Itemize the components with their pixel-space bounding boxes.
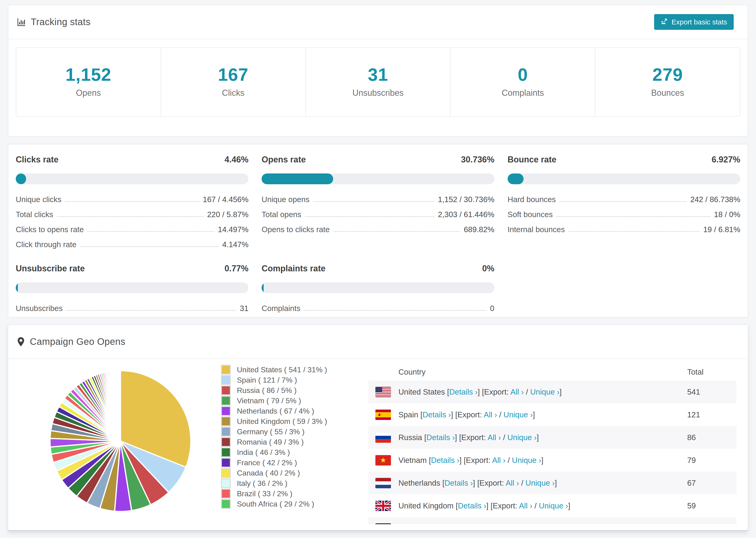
rate-row-value: 4.147% — [222, 240, 248, 249]
details-link[interactable]: Details › — [449, 388, 477, 396]
export-unique-link[interactable]: Unique › — [504, 410, 533, 419]
clicks-rate-bar — [16, 174, 248, 184]
stat-opens-label: Opens — [16, 88, 161, 98]
country-cell: Netherlands [Details ›] [Export: All › /… — [368, 478, 687, 488]
rate-detail-row: Clicks to opens rate14.497% — [16, 225, 248, 234]
export-all-link[interactable]: All › — [492, 456, 506, 464]
details-link[interactable]: Details › — [458, 501, 486, 510]
legend-label: United Kingdom ( 59 / 3% ) — [237, 417, 327, 426]
rate-row-value: 242 / 86.738% — [690, 195, 740, 204]
geo-legend: United States ( 541 / 31% )Spain ( 121 /… — [221, 364, 348, 509]
rate-detail-row: Internal bounces19 / 6.81% — [508, 225, 740, 234]
opens-rate-block: Opens rate 30.736% Unique opens1,152 / 3… — [261, 155, 494, 249]
export-unique-link[interactable]: Unique › — [539, 501, 568, 510]
closing-bracket: ] — [568, 501, 570, 510]
slash-separator: / — [519, 479, 526, 487]
slash-separator: / — [532, 501, 539, 510]
legend-item: Italy ( 36 / 2% ) — [221, 478, 348, 488]
clicks-rate-rows: Unique clicks167 / 4.456%Total clicks220… — [16, 195, 248, 249]
dotted-leader — [560, 201, 686, 202]
export-basic-stats-button[interactable]: Export basic stats — [654, 14, 734, 30]
export-prefix: ] [Export: — [455, 433, 487, 442]
export-all-link[interactable]: All › — [519, 501, 532, 510]
stat-unsubscribes: 31 Unsubscribes — [305, 48, 450, 116]
rate-row-label: Click through rate — [16, 240, 77, 249]
complaints-rate-bar — [261, 282, 494, 293]
rate-row-label: Total opens — [261, 210, 301, 219]
stat-clicks-value: 167 — [161, 64, 305, 85]
country-name: United States [ — [399, 388, 449, 396]
rate-detail-row: Opens to clicks rate689.82% — [261, 225, 494, 234]
export-unique-link[interactable]: Unique › — [512, 456, 541, 464]
export-prefix: ] [Export: — [477, 388, 510, 396]
export-all-link[interactable]: All › — [484, 410, 497, 419]
legend-item: United Kingdom ( 59 / 3% ) — [221, 416, 348, 426]
stat-complaints-value: 0 — [451, 64, 595, 85]
dotted-leader — [67, 310, 236, 311]
rate-row-value: 14.497% — [218, 225, 248, 234]
export-prefix: ] [Export: — [473, 479, 506, 487]
export-unique-link[interactable]: Unique › — [507, 433, 537, 442]
export-all-link[interactable]: All › — [496, 524, 509, 524]
opens-rate-bar — [261, 174, 494, 184]
stat-complaints: 0 Complaints — [450, 48, 595, 116]
details-link[interactable]: Details › — [435, 524, 463, 524]
export-all-link[interactable]: All › — [511, 388, 524, 396]
de-flag-icon — [375, 523, 391, 524]
details-link[interactable]: Details › — [423, 410, 451, 419]
rate-row-label: Complaints — [261, 304, 300, 313]
legend-label: South Africa ( 29 / 2% ) — [237, 500, 314, 509]
details-link[interactable]: Details › — [426, 433, 455, 442]
slash-separator: / — [497, 410, 504, 419]
stat-unsubscribes-value: 31 — [306, 64, 450, 85]
unsubscribe-rate-rows: Unsubscribes31 — [16, 304, 248, 313]
rate-detail-row: Hard bounces242 / 86.738% — [508, 195, 740, 204]
rate-row-label: Total clicks — [16, 210, 53, 219]
legend-item: Germany ( 55 / 3% ) — [221, 426, 348, 437]
bounce-rate-rows: Hard bounces242 / 86.738%Soft bounces18 … — [508, 195, 740, 234]
legend-swatch — [221, 468, 231, 478]
rate-row-label: Clicks to opens rate — [16, 225, 84, 234]
es-flag-icon — [375, 409, 391, 420]
rate-row-value: 220 / 5.87% — [207, 210, 248, 219]
country-links-line: Spain [Details ›] [Export: All › / Uniqu… — [399, 410, 535, 419]
rate-detail-row: Unique opens1,152 / 30.736% — [261, 195, 494, 204]
rate-row-label: Unique opens — [261, 195, 309, 204]
country-cell: Germany [Details ›] [Export: All › / Uni… — [368, 523, 687, 524]
slash-separator: / — [501, 433, 508, 442]
country-links-line: Netherlands [Details ›] [Export: All › /… — [399, 479, 557, 488]
rate-row-value: 31 — [240, 304, 249, 313]
legend-swatch — [221, 385, 231, 395]
country-cell: Spain [Details ›] [Export: All › / Uniqu… — [368, 409, 687, 420]
legend-label: Vietnam ( 79 / 5% ) — [237, 397, 301, 405]
rate-row-label: Hard bounces — [508, 195, 556, 204]
bounce-rate-block: Bounce rate 6.927% Hard bounces242 / 86.… — [508, 155, 740, 249]
details-link[interactable]: Details › — [445, 479, 473, 487]
legend-swatch — [221, 365, 231, 375]
bar-chart-icon — [17, 17, 26, 27]
closing-bracket: ] — [560, 388, 562, 396]
rate-row-value: 0 — [490, 304, 494, 313]
export-unique-link[interactable]: Unique › — [530, 388, 560, 396]
stat-clicks: 167 Clicks — [161, 48, 305, 116]
geo-title-wrap: Campaign Geo Opens — [17, 336, 125, 347]
details-link[interactable]: Details › — [431, 456, 459, 464]
rate-detail-row: Unsubscribes31 — [16, 304, 248, 313]
rate-detail-row: Complaints0 — [261, 304, 494, 313]
geo-header: Campaign Geo Opens — [8, 325, 748, 359]
opens-rate-value: 30.736% — [461, 155, 495, 165]
closing-bracket: ] — [541, 456, 543, 464]
dotted-leader — [57, 216, 203, 217]
dotted-leader — [333, 231, 460, 232]
export-unique-link[interactable]: Unique › — [525, 479, 555, 487]
legend-label: Romania ( 49 / 3% ) — [237, 438, 304, 447]
legend-label: Brazil ( 33 / 2% ) — [237, 489, 293, 498]
country-name: Vietnam [ — [399, 456, 431, 464]
complaints-rate-rows: Complaints0 — [261, 304, 494, 313]
complaints-rate-value: 0% — [482, 264, 495, 273]
export-unique-link[interactable]: Unique › — [515, 524, 545, 524]
legend-label: Germany ( 55 / 3% ) — [237, 427, 304, 436]
export-all-link[interactable]: All › — [488, 433, 501, 442]
export-all-link[interactable]: All › — [506, 479, 519, 487]
stat-bounces: 279 Bounces — [595, 48, 740, 116]
